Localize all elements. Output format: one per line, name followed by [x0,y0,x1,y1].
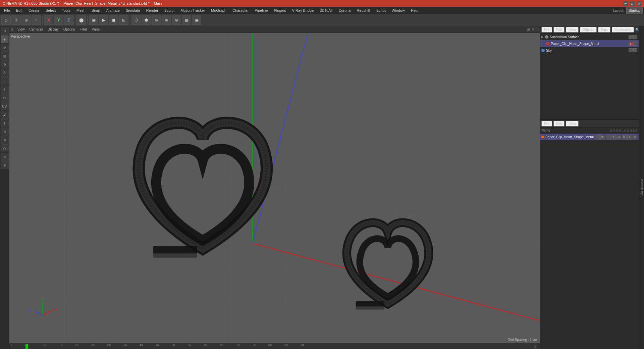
attr-edit-btn[interactable]: Edit [553,121,565,127]
attr-lock-icon[interactable]: · [606,135,610,139]
menu-render[interactable]: Render [144,8,161,13]
viewport[interactable]: Perspective Grid Spacing : 1 cm [9,33,540,343]
menu-motion-tracker[interactable]: Motion Tracker [178,8,208,13]
sidebar-poly-btn[interactable]: □ [1,94,9,102]
close-btn[interactable]: ✕ [637,1,641,6]
obj-item-sky[interactable]: Sky · · [540,47,639,54]
menu-tools[interactable]: Tools [59,8,73,13]
menu-create[interactable]: Create [26,8,42,13]
sidebar-grid-btn[interactable]: ⊞ [1,153,9,161]
obj-bookmarks-btn[interactable]: Bookmarks [612,27,634,33]
maximize-btn[interactable]: □ [630,1,635,6]
obj-check-r2[interactable]: ■ [629,42,633,46]
sidebar-paint-btn[interactable]: 🖌 [1,111,9,119]
sidebar-mode-btn[interactable]: ⊙ [1,27,9,35]
toolbar-render-active[interactable]: ▶ [99,15,108,25]
vp-cameras-btn[interactable]: Cameras [28,27,45,32]
obj-check-sky-v[interactable]: · [629,48,633,52]
toolbar-obj-btn7[interactable]: ▣ [192,15,201,25]
menu-sculpt[interactable]: Sculpt [162,8,177,13]
sidebar-pts-btn[interactable]: · [1,77,9,85]
minimize-btn[interactable]: ─ [623,1,628,6]
toolbar-obj-btn6[interactable]: ▦ [182,15,191,25]
toolbar-obj-btn1[interactable]: ⬡ [131,15,141,25]
menu-animate[interactable]: Animate [104,8,122,13]
toolbar-render-region[interactable]: ▣ [89,15,98,25]
toolbar-y-btn[interactable]: Y [54,15,63,25]
menu-simulate[interactable]: Simulate [123,8,143,13]
menu-script[interactable]: Script [374,8,388,13]
toolbar-z-btn[interactable]: Z [64,15,73,25]
sidebar-scale-btn[interactable]: ⊞ [1,52,9,60]
toolbar-pts-btn[interactable]: ⬤ [76,15,86,25]
sidebar-uv-btn[interactable]: UV [1,102,9,110]
attr-dot-icon[interactable]: · [595,135,600,139]
right-edge-tab[interactable]: Tabs Browser [639,26,644,349]
menu-character[interactable]: Character [230,8,251,13]
sidebar-edge-btn[interactable]: / [1,86,9,94]
toolbar-mode-btn[interactable]: ⊙ [1,15,11,25]
obj-tags-btn[interactable]: Tags [598,27,610,33]
sidebar-mirror-btn[interactable]: ⬡ [1,144,9,152]
menu-edit[interactable]: Edit [13,8,25,13]
toolbar-rotate-btn[interactable]: ○ [32,15,41,25]
menu-corona[interactable]: Corona [336,8,353,13]
vp-view-btn[interactable]: View [15,27,27,32]
vp-filter-btn[interactable]: Filter [77,27,89,32]
menu-vray[interactable]: V-Ray Bridge [289,8,317,13]
attr-anim-icon[interactable]: A [627,135,632,139]
toolbar-x-btn[interactable]: X [44,15,53,25]
menu-snap[interactable]: Snap [89,8,103,13]
attr-name-header: Name [541,129,550,132]
attr-item-color [541,136,544,138]
menu-redshift[interactable]: Redshift [354,8,373,13]
sidebar-s-btn[interactable]: S [1,69,9,77]
vp-panel-btn[interactable]: Panel [90,27,103,32]
toolbar-scale-btn[interactable]: ⊕ [21,15,31,25]
toolbar-obj-btn5[interactable]: ⊗ [172,15,181,25]
obj-item-paper-clip[interactable]: Paper_Clip_Heart_Shape_Metal ■ · [540,40,639,47]
sidebar-extrude-btn[interactable]: ⊡ [1,128,9,136]
toolbar-obj-btn2[interactable]: ⬟ [142,15,151,25]
menu-select[interactable]: Select [43,8,59,13]
obj-edit-btn[interactable]: Edit [553,27,565,33]
obj-objects-btn[interactable]: Objects [580,27,597,33]
obj-check-v2[interactable]: · [633,42,637,46]
menu-3dtoall[interactable]: 3DToAll [317,8,335,13]
menu-mesh[interactable]: Mesh [74,8,88,13]
vp-display-btn[interactable]: Display [46,27,61,32]
toolbar-move-btn[interactable]: ✛ [11,15,21,25]
obj-check-v[interactable]: ✓ [629,35,633,39]
attr-selected-item[interactable]: Paper_Clip_Heart_Shape_Metal · 👁 · T ★ ⛓… [540,134,639,140]
attr-star-icon[interactable]: ★ [616,135,621,139]
toolbar-render-settings[interactable]: ⊞ [119,15,128,25]
toolbar-obj-btn4[interactable]: ⊕ [162,15,171,25]
obj-file-btn[interactable]: File [541,27,552,33]
sidebar-move-btn[interactable]: ✛ [1,44,9,52]
menu-window[interactable]: Window [389,8,408,13]
sidebar-magnet-btn[interactable]: ⊛ [1,161,9,169]
toolbar-render-all[interactable]: ◼ [109,15,118,25]
obj-item-subdivision[interactable]: ▶ Subdivision Surface ✓ · [540,34,639,40]
attr-del-icon[interactable]: ✕ [633,135,637,139]
menu-mograph[interactable]: MoGraph [208,8,229,13]
attr-eye-icon[interactable]: 👁 [600,135,605,139]
toolbar-obj-btn3[interactable]: ⊛ [152,15,161,25]
attr-chain-icon[interactable]: ⛓ [622,135,627,139]
vp-options-btn[interactable]: Options [61,27,77,32]
obj-check-sky-r[interactable]: · [633,48,637,52]
sidebar-weld-btn[interactable]: ⊕ [1,136,9,144]
menu-pipeline[interactable]: Pipeline [252,8,270,13]
obj-check-r[interactable]: · [633,35,637,39]
attr-file-btn[interactable]: File [541,121,552,127]
sidebar-select-btn[interactable]: ◈ [1,35,9,43]
menu-help[interactable]: Help [408,8,421,13]
menu-file[interactable]: File [1,8,13,13]
obj-view-btn[interactable]: View [566,27,579,33]
attr-tag-icon[interactable]: T [611,135,616,139]
sidebar-rotate-btn[interactable]: ↻ [1,60,9,68]
layout-dropdown[interactable]: Startup [626,7,643,14]
menu-plugins[interactable]: Plugins [271,8,288,13]
attr-view-btn[interactable]: View [566,121,579,127]
sidebar-knife-btn[interactable]: ⌇ [1,119,9,127]
